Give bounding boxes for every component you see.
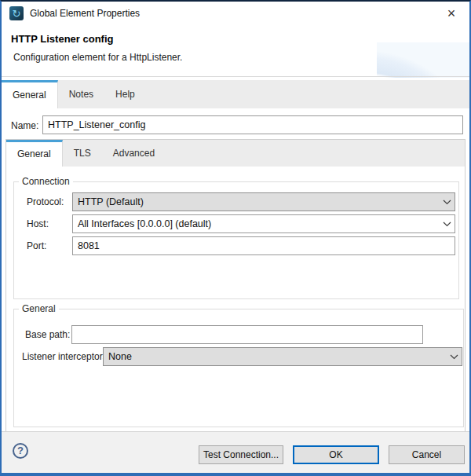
base-path-input[interactable] bbox=[71, 325, 423, 344]
config-title: HTTP Listener config bbox=[11, 33, 114, 45]
chevron-down-icon bbox=[439, 222, 455, 227]
refresh-arrows-glyph: ↻ bbox=[13, 9, 21, 19]
inner-tab-content: Connection Protocol: HTTP (Default) Host… bbox=[5, 167, 466, 432]
connection-group: Connection Protocol: HTTP (Default) Host… bbox=[13, 181, 459, 299]
tab-general[interactable]: General bbox=[2, 80, 58, 108]
button-bar: ? Test Connection... OK Cancel bbox=[2, 431, 469, 473]
decorative-swoosh bbox=[377, 42, 469, 78]
tab-connection-general[interactable]: General bbox=[6, 140, 63, 167]
tab-tls[interactable]: TLS bbox=[63, 140, 102, 167]
listener-interceptors-label: Listener interceptors bbox=[22, 350, 108, 363]
host-combobox[interactable]: All Interfaces [0.0.0.0] (default) bbox=[72, 214, 455, 233]
config-subtitle: Configuration element for a HttpListener… bbox=[13, 52, 182, 63]
listener-interceptors-select[interactable]: None bbox=[103, 347, 462, 366]
tab-advanced[interactable]: Advanced bbox=[102, 140, 166, 167]
protocol-select[interactable]: HTTP (Default) bbox=[72, 192, 455, 211]
ok-button[interactable]: OK bbox=[293, 445, 379, 464]
protocol-label: Protocol: bbox=[27, 196, 64, 208]
port-input[interactable] bbox=[72, 236, 455, 255]
general-group: General Base path: Listener interceptors… bbox=[13, 309, 464, 427]
dialog-header: HTTP Listener config Configuration eleme… bbox=[2, 25, 469, 78]
outer-tab-strip: General Notes Help bbox=[2, 80, 469, 108]
listener-interceptors-value: None bbox=[104, 351, 446, 362]
close-icon[interactable]: × bbox=[441, 3, 462, 24]
general-group-legend: General bbox=[19, 303, 59, 314]
global-element-icon: ↻ bbox=[9, 6, 24, 20]
host-label: Host: bbox=[27, 218, 49, 230]
global-element-properties-dialog: ↻ Global Element Properties × HTTP Liste… bbox=[0, 0, 471, 476]
test-connection-button[interactable]: Test Connection... bbox=[199, 445, 283, 464]
chevron-down-icon bbox=[439, 200, 455, 205]
chevron-down-icon bbox=[446, 354, 462, 360]
titlebar: ↻ Global Element Properties × bbox=[2, 2, 469, 25]
protocol-value: HTTP (Default) bbox=[73, 196, 439, 207]
base-path-label: Base path: bbox=[25, 328, 70, 341]
name-label: Name: bbox=[11, 120, 38, 131]
help-icon[interactable]: ? bbox=[13, 443, 28, 459]
tab-help[interactable]: Help bbox=[104, 80, 146, 108]
inner-tab-strip: General TLS Advanced bbox=[5, 139, 466, 167]
connection-group-legend: Connection bbox=[19, 176, 73, 187]
cancel-button[interactable]: Cancel bbox=[389, 445, 465, 464]
tab-notes[interactable]: Notes bbox=[58, 80, 104, 108]
window-title: Global Element Properties bbox=[30, 2, 140, 25]
header-separator bbox=[2, 76, 469, 77]
host-value: All Interfaces [0.0.0.0] (default) bbox=[73, 218, 439, 229]
port-label: Port: bbox=[27, 240, 46, 252]
name-input[interactable] bbox=[42, 115, 463, 134]
